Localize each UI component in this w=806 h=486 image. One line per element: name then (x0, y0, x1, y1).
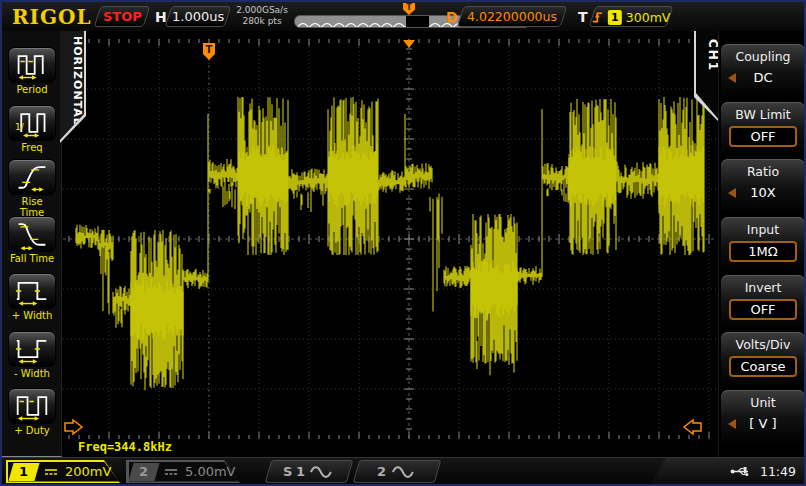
status-text: STOP (103, 9, 142, 24)
ch1-badge: 1 (8, 463, 39, 481)
ch1-scale: 200mV (65, 464, 111, 479)
menu-item-input[interactable]: Input 1MΩ (721, 217, 805, 271)
source1-status-box[interactable]: S 1 (265, 460, 354, 483)
sine-wave-icon (391, 465, 417, 479)
sidebar-item-rise-time[interactable]: .w{stroke:#fff;stroke-width:2;fill:none}… (8, 159, 56, 218)
sample-rate: 2.000GSa/s (231, 5, 293, 16)
left-arrow-icon (728, 419, 736, 429)
ch1-status-box[interactable]: 1 200mV (6, 460, 120, 483)
left-arrow-icon (728, 188, 736, 198)
fall-time-icon: .w{stroke:#fff;stroke-width:2;fill:none}… (8, 216, 56, 252)
sidebar-item-neg-width[interactable]: .w{stroke:#fff;stroke-width:2;fill:none}… (8, 331, 56, 379)
ch2-scale: 5.00mV (185, 464, 236, 479)
channel-status-bar: 1 200mV 2 5.00mV S 1 (2, 457, 804, 484)
oscilloscope-screen: RIGOL STOP H 1.000us 2.000GSa/s 280k pts… (0, 0, 806, 486)
delay-label: D (446, 9, 458, 25)
left-arrow-icon (728, 73, 736, 83)
svg-text:1/: 1/ (15, 122, 25, 132)
rise-time-icon: .w{stroke:#fff;stroke-width:2;fill:none}… (8, 159, 56, 195)
sine-wave-icon (309, 465, 335, 479)
trigger-source-badge: 1 (608, 9, 622, 24)
menu-item-invert[interactable]: Invert OFF (721, 275, 805, 329)
memory-depth: 280k pts (231, 16, 293, 27)
sidebar-item-freq[interactable]: .w{stroke:#fff;stroke-width:2;fill:none}… (8, 105, 56, 153)
menu-item-ratio[interactable]: Ratio 10X (721, 159, 805, 213)
offscreen-marker-right (684, 420, 701, 434)
ch2-badge: 2 (128, 463, 159, 481)
ch1-soft-menu: Coupling DC BW Limit OFF Ratio 10X Input… (718, 31, 806, 457)
menu-item-bw-limit[interactable]: BW Limit OFF (721, 102, 805, 156)
freq-icon: .w{stroke:#fff;stroke-width:2;fill:none}… (8, 105, 56, 141)
source2-number: 2 (377, 464, 386, 479)
neg-width-icon: .w{stroke:#fff;stroke-width:2;fill:none}… (8, 331, 56, 367)
timebase-value: 1.000us (172, 9, 224, 24)
period-icon: .w{stroke:#fff;stroke-width:2;fill:none}… (8, 47, 56, 83)
strip-trigger-marker[interactable]: T (403, 3, 415, 15)
sidebar-item-fall-time[interactable]: .w{stroke:#fff;stroke-width:2;fill:none}… (8, 216, 56, 264)
time-panel: 11:49 (650, 458, 804, 485)
menu-item-volts-div[interactable]: Volts/Div Coarse (721, 332, 805, 386)
source-s-label: S (283, 464, 292, 479)
menu-item-coupling[interactable]: Coupling DC (721, 44, 805, 98)
sidebar-item-pos-duty[interactable]: .w{stroke:#fff;stroke-width:2;fill:none}… (8, 388, 56, 436)
trigger-level-value: 300mV (626, 9, 671, 24)
dc-coupling-icon (44, 467, 58, 477)
delay-badge[interactable]: 4.02200000us (457, 6, 568, 27)
trigger-position-flag[interactable]: T (203, 43, 215, 60)
horizontal-center-marker (403, 40, 415, 48)
svg-text:T: T (206, 44, 213, 55)
pos-duty-icon: .w{stroke:#fff;stroke-width:2;fill:none}… (8, 388, 56, 424)
trigger-slope-icon (591, 9, 604, 25)
offscreen-marker-left (65, 420, 82, 434)
delay-value: 4.02200000us (467, 9, 557, 24)
memory-window-indicator (406, 16, 429, 28)
freq-readout: Freq=344.8kHz (78, 440, 172, 454)
acquisition-status-badge: STOP (94, 6, 151, 27)
rigol-logo: RIGOL (12, 5, 92, 29)
sidebar-item-pos-width[interactable]: .w{stroke:#fff;stroke-width:2;fill:none}… (8, 273, 56, 321)
ch2-status-box[interactable]: 2 5.00mV (126, 460, 240, 483)
sidebar-item-period[interactable]: .w{stroke:#fff;stroke-width:2;fill:none}… (8, 47, 56, 95)
ch1-trace (76, 97, 704, 390)
timebase-badge[interactable]: 1.000us (165, 6, 232, 27)
clock: 11:49 (760, 464, 796, 479)
trigger-badge[interactable]: 1 300mV (589, 6, 674, 27)
source2-status-box[interactable]: 2 (353, 460, 442, 483)
sample-rate-info: 2.000GSa/s 280k pts (231, 5, 293, 27)
graticule-and-trace: T (63, 31, 718, 457)
trigger-label: T (578, 9, 588, 25)
top-status-bar: RIGOL STOP H 1.000us 2.000GSa/s 280k pts… (2, 2, 804, 31)
pos-width-icon: .w{stroke:#fff;stroke-width:2;fill:none}… (8, 273, 56, 309)
dc-coupling-icon (164, 467, 178, 477)
usb-icon (730, 465, 754, 478)
menu-item-unit[interactable]: Unit [ V ] (721, 390, 805, 444)
waveform-display: T Freq=344.8kHz (63, 31, 718, 457)
source1-number: 1 (296, 464, 305, 479)
measure-sidebar: .w{stroke:#fff;stroke-width:2;fill:none}… (2, 31, 62, 457)
